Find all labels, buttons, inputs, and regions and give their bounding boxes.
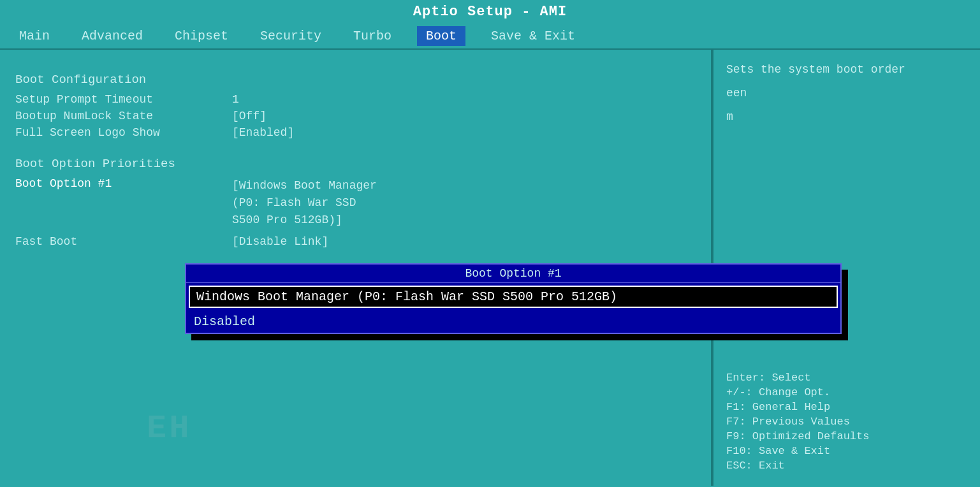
nav-item-boot[interactable]: Boot: [417, 26, 465, 46]
nav-item-advanced[interactable]: Advanced: [75, 26, 149, 46]
label-bootup-numlock: Bootup NumLock State: [15, 110, 232, 122]
main-layout: Boot Configuration Setup Prompt Timeout …: [0, 50, 980, 486]
label-fast-boot: Fast Boot: [15, 235, 232, 248]
label-boot-option1: Boot Option #1: [15, 177, 232, 190]
section-boot-priorities: Boot Option Priorities: [15, 157, 696, 171]
keybind-f7: F7: Previous Values: [726, 416, 967, 428]
dropdown-title: Boot Option #1: [186, 265, 840, 283]
dropdown-box: Boot Option #1 Windows Boot Manager (P0:…: [185, 263, 842, 334]
partial-text2: m: [726, 108, 967, 126]
nav-item-turbo[interactable]: Turbo: [347, 26, 398, 46]
nav-item-chipset[interactable]: Chipset: [168, 26, 235, 46]
keybind-plusminus: +/-: Change Opt.: [726, 386, 967, 398]
keybinds-section: Enter: Select +/-: Change Opt. F1: Gener…: [726, 359, 967, 474]
nav-item-save-exit[interactable]: Save & Exit: [485, 26, 581, 46]
value-setup-prompt: 1: [232, 93, 239, 106]
value-boot-option1: [Windows Boot Manager (P0: Flash War SSD…: [232, 177, 377, 229]
nav-bar: Main Advanced Chipset Security Turbo Boo…: [0, 24, 980, 50]
dropdown-item-disabled[interactable]: Disabled: [186, 310, 840, 333]
value-fast-boot: [Disable Link]: [232, 235, 328, 248]
app-title: Aptio Setup - AMI: [413, 4, 567, 20]
keybind-f9: F9: Optimized Defaults: [726, 430, 967, 442]
row-boot-option1[interactable]: Boot Option #1 [Windows Boot Manager (P0…: [15, 177, 696, 229]
keybind-enter: Enter: Select: [726, 372, 967, 384]
left-panel: Boot Configuration Setup Prompt Timeout …: [0, 50, 712, 486]
nav-item-security[interactable]: Security: [254, 26, 328, 46]
watermark: EH: [147, 410, 191, 447]
keybind-f1: F1: General Help: [726, 401, 967, 413]
help-text: Sets the system boot order: [726, 61, 967, 78]
nav-item-main[interactable]: Main: [13, 26, 56, 46]
boot-option-dropdown[interactable]: Boot Option #1 Windows Boot Manager (P0:…: [185, 263, 842, 334]
label-setup-prompt: Setup Prompt Timeout: [15, 93, 232, 106]
label-fullscreen-logo: Full Screen Logo Show: [15, 126, 232, 139]
keybind-f10: F10: Save & Exit: [726, 445, 967, 457]
row-fullscreen-logo[interactable]: Full Screen Logo Show [Enabled]: [15, 126, 696, 139]
section-boot-config: Boot Configuration: [15, 73, 696, 87]
value-bootup-numlock: [Off]: [232, 110, 267, 122]
value-fullscreen-logo: [Enabled]: [232, 126, 294, 139]
keybind-esc: ESC: Exit: [726, 460, 967, 472]
partial-text1: een: [726, 85, 967, 102]
row-fast-boot[interactable]: Fast Boot [Disable Link]: [15, 235, 696, 248]
row-setup-prompt-timeout[interactable]: Setup Prompt Timeout 1: [15, 93, 696, 106]
row-bootup-numlock[interactable]: Bootup NumLock State [Off]: [15, 110, 696, 122]
title-bar: Aptio Setup - AMI: [0, 0, 980, 24]
dropdown-item-windows[interactable]: Windows Boot Manager (P0: Flash War SSD …: [189, 286, 838, 308]
